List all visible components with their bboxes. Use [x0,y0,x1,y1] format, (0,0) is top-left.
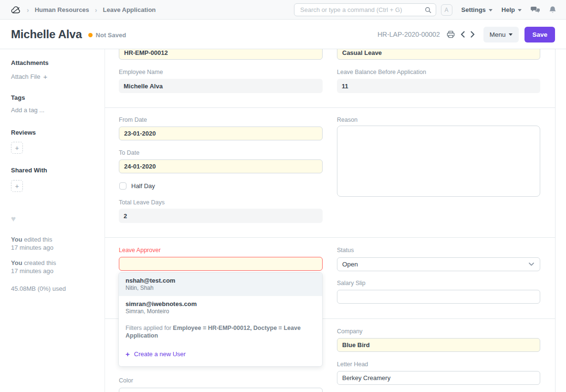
app-logo-icon[interactable] [11,6,21,14]
attachments-heading: Attachments [11,59,97,66]
chevron-down-icon [529,263,534,266]
advanced-search-button[interactable]: Advanced Search [119,362,322,367]
chevron-down-icon [509,33,513,36]
approver-option[interactable]: nshah@test.com Nitin, Shah [119,273,322,296]
reason-label: Reason [337,117,357,123]
leave-balance-value: 11 [337,79,540,93]
settings-menu[interactable]: Settings [461,6,493,13]
leave-balance-label: Leave Balance Before Application [337,69,426,75]
dropdown-filters-note: Filters applied for Employee = HR-EMP-00… [119,319,322,344]
total-leave-days-label: Total Leave Days [119,199,165,206]
chevron-down-icon [518,9,522,11]
plus-icon: + [43,73,47,81]
reason-textarea[interactable] [337,126,540,197]
status-select[interactable]: Open [337,257,540,271]
user-avatar[interactable]: A [441,4,452,16]
color-label: Color [119,377,133,384]
employee-name-label: Employee Name [119,69,163,75]
salary-slip-input[interactable] [337,290,540,304]
notifications-bell-icon[interactable] [549,6,556,14]
plus-icon: + [15,144,19,152]
menu-button[interactable]: Menu [483,27,519,42]
half-day-checkbox[interactable]: Half Day [119,182,155,190]
leave-approver-dropdown: nshah@test.com Nitin, Shah simran@iwebno… [118,272,323,367]
leave-type-field[interactable] [337,49,540,60]
search-input[interactable] [294,6,425,13]
section-divider [105,107,556,108]
employee-name-value: Michelle Alva [119,79,323,93]
approver-option[interactable]: simran@iwebnotes.com Simran, Monteiro [119,296,322,319]
breadcrumb-leave-application[interactable]: Leave Application [103,6,156,13]
form-sidebar: Attachments Attach File + Tags Add a tag… [0,49,105,392]
shared-with-heading: Shared With [11,167,97,174]
status-label: Status [337,247,354,254]
to-date-input[interactable] [119,159,323,173]
create-new-user-button[interactable]: + Create a new User [119,346,322,362]
section-divider [105,237,556,238]
to-date-label: To Date [119,149,139,156]
help-menu[interactable]: Help [502,6,522,13]
not-saved-label: Not Saved [96,32,126,39]
breadcrumb-chevron-icon: › [95,6,97,14]
total-leave-days-value: 2 [119,209,323,223]
like-heart-icon[interactable]: ♥ [11,214,97,224]
print-icon[interactable] [447,31,455,38]
attach-file-button[interactable]: Attach File + [11,73,97,81]
save-button[interactable]: Save [524,27,555,42]
company-label: Company [337,328,363,335]
breadcrumb-chevron-icon: › [27,6,29,14]
color-input[interactable] [119,388,323,392]
from-date-label: From Date [119,117,147,123]
plus-icon: + [15,182,19,190]
letter-head-input[interactable] [337,371,540,385]
global-search [294,3,436,16]
chat-icon[interactable] [531,6,540,14]
salary-slip-label: Salary Slip [337,280,366,286]
not-saved-indicator-dot [88,33,93,37]
tags-heading: Tags [11,94,97,101]
chevron-down-icon [489,9,493,11]
edited-info: You edited this 17 minutes ago [11,235,97,252]
leave-approver-label: Leave Approver [119,247,161,254]
previous-document-icon[interactable] [461,31,465,38]
add-review-button[interactable]: + [11,142,23,154]
from-date-input[interactable] [119,127,323,140]
next-document-icon[interactable] [471,31,475,38]
company-input[interactable] [337,338,540,352]
checkbox-icon [119,182,126,190]
search-icon[interactable] [425,7,436,13]
form-body: Employee Name Michelle Alva Leave Balanc… [105,49,556,392]
breadcrumb-human-resources[interactable]: Human Resources [35,6,89,13]
share-button[interactable]: + [11,180,23,192]
page-title: Michelle Alva [11,28,82,41]
add-tag-input[interactable]: Add a tag ... [11,106,97,114]
leave-approver-input[interactable] [119,257,323,271]
storage-usage[interactable]: 45.08MB (0%) used [11,285,97,293]
top-navbar: › Human Resources › Leave Application A … [0,0,566,20]
document-id: HR-LAP-2020-00002 [377,31,440,38]
letter-head-label: Letter Head [337,361,368,368]
created-info: You created this 17 minutes ago [11,259,97,275]
page-header: Michelle Alva Not Saved HR-LAP-2020-0000… [0,20,566,49]
employee-field[interactable] [119,49,323,60]
plus-icon: + [126,350,130,358]
reviews-heading: Reviews [11,129,97,136]
